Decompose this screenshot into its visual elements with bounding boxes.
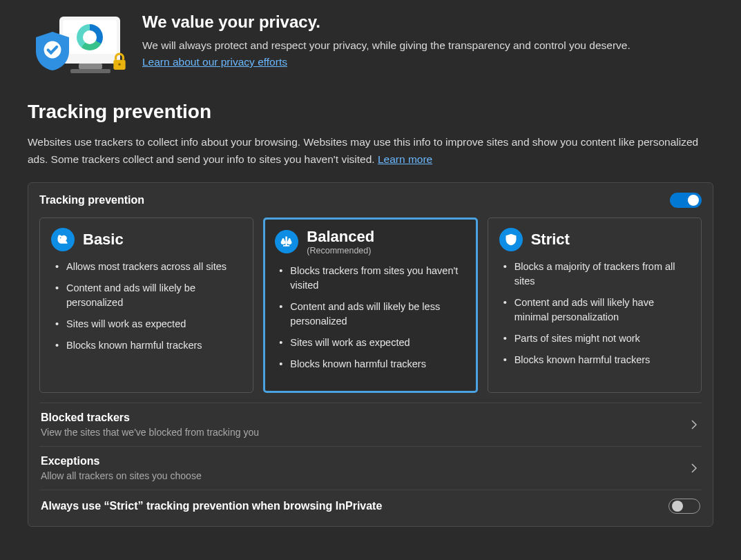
- card-bullet: Content and ads will likely be personali…: [54, 281, 242, 310]
- card-bullet: Blocks trackers from sites you haven't v…: [278, 264, 465, 293]
- privacy-illustration: [28, 12, 124, 76]
- hero-body: We will always protect and respect your …: [142, 37, 653, 70]
- shield-check-icon: [36, 32, 69, 70]
- card-bullet: Content and ads will likely have minimal…: [502, 296, 690, 325]
- inprivate-strict-toggle[interactable]: [668, 499, 700, 514]
- row-title: Always use “Strict” tracking prevention …: [41, 500, 382, 512]
- row-desc: Allow all trackers on sites you choose: [41, 470, 202, 481]
- tracking-prevention-toggle[interactable]: [670, 193, 702, 208]
- privacy-efforts-link[interactable]: Learn about our privacy efforts: [142, 56, 287, 68]
- card-title: Strict: [531, 231, 570, 249]
- privacy-hero: We value your privacy. We will always pr…: [28, 12, 713, 76]
- card-bullet: Blocks known harmful trackers: [278, 357, 465, 371]
- row-desc: View the sites that we've blocked from t…: [41, 427, 259, 438]
- card-bullet: Parts of sites might not work: [502, 331, 690, 346]
- card-bullet: Sites will work as expected: [54, 317, 242, 331]
- balance-scale-icon: [275, 230, 298, 253]
- blocked-trackers-row[interactable]: Blocked trackers View the sites that we'…: [39, 403, 702, 446]
- level-card-basic[interactable]: Basic Allows most trackers across all si…: [39, 218, 253, 393]
- edge-logo-icon: [77, 24, 103, 50]
- chevron-right-icon: [688, 418, 700, 431]
- level-card-balanced[interactable]: Balanced (Recommended) Blocks trackers f…: [263, 218, 477, 393]
- card-bullet: Allows most trackers across all sites: [54, 260, 242, 274]
- squirrel-icon: [51, 228, 75, 251]
- card-title: Basic: [83, 231, 124, 249]
- panel-label: Tracking prevention: [39, 194, 144, 206]
- tracking-desc-text: Websites use trackers to collect info ab…: [28, 136, 698, 165]
- chevron-right-icon: [688, 462, 700, 474]
- learn-more-link[interactable]: Learn more: [378, 153, 432, 165]
- card-bullet: Blocks a majority of trackers from all s…: [502, 260, 690, 289]
- card-bullet: Blocks known harmful trackers: [502, 353, 690, 367]
- card-bullet: Blocks known harmful trackers: [54, 338, 242, 353]
- card-bullet: Sites will work as expected: [278, 336, 465, 350]
- card-subtitle: (Recommended): [307, 246, 374, 255]
- hero-title: We value your privacy.: [142, 12, 653, 32]
- svg-point-2: [118, 64, 120, 66]
- card-title: Balanced: [307, 228, 374, 246]
- tracking-prevention-desc: Websites use trackers to collect info ab…: [28, 134, 713, 168]
- shield-icon: [499, 228, 523, 251]
- inprivate-strict-row: Always use “Strict” tracking prevention …: [39, 490, 702, 522]
- row-title: Exceptions: [41, 455, 202, 467]
- tracking-prevention-panel: Tracking prevention Basic Allows most tr…: [28, 182, 713, 527]
- lock-icon: [112, 52, 127, 70]
- tracking-prevention-heading: Tracking prevention: [28, 101, 713, 123]
- row-title: Blocked trackers: [41, 412, 259, 424]
- exceptions-row[interactable]: Exceptions Allow all trackers on sites y…: [39, 446, 702, 490]
- hero-body-text: We will always protect and respect your …: [142, 39, 631, 51]
- card-bullet: Content and ads will likely be less pers…: [278, 300, 465, 329]
- level-card-strict[interactable]: Strict Blocks a majority of trackers fro…: [488, 218, 702, 393]
